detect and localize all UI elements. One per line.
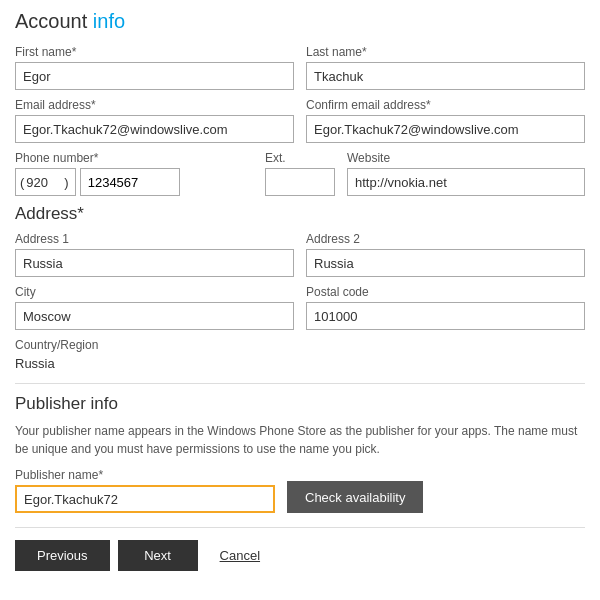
phone-label: Phone number* (15, 151, 253, 165)
publisher-name-input[interactable] (15, 485, 275, 513)
confirm-email-field: Confirm email address* (306, 98, 585, 143)
confirm-email-input[interactable] (306, 115, 585, 143)
city-field: City (15, 285, 294, 330)
email-field: Email address* (15, 98, 294, 143)
addr2-label: Address 2 (306, 232, 585, 246)
email-label: Email address* (15, 98, 294, 112)
website-label: Website (347, 151, 585, 165)
addr1-field: Address 1 (15, 232, 294, 277)
addr2-field: Address 2 (306, 232, 585, 277)
city-input[interactable] (15, 302, 294, 330)
check-availability-button[interactable]: Check availability (287, 481, 423, 513)
next-button[interactable]: Next (118, 540, 198, 571)
last-name-label: Last name* (306, 45, 585, 59)
first-name-input[interactable] (15, 62, 294, 90)
phone-number-input[interactable] (80, 168, 180, 196)
addr1-label: Address 1 (15, 232, 294, 246)
postal-field: Postal code (306, 285, 585, 330)
cancel-button[interactable]: Cancel (206, 540, 274, 571)
website-input[interactable] (347, 168, 585, 196)
country-label: Country/Region (15, 338, 585, 352)
publisher-name-field: Publisher name* (15, 468, 275, 513)
page-title: Account info (15, 10, 585, 33)
ext-input[interactable] (265, 168, 335, 196)
postal-input[interactable] (306, 302, 585, 330)
bottom-bar: Previous Next Cancel (15, 527, 585, 571)
country-value: Russia (15, 354, 585, 373)
phone-area-wrapper: ( ) (15, 168, 76, 196)
first-name-label: First name* (15, 45, 294, 59)
postal-label: Postal code (306, 285, 585, 299)
ext-field: Ext. (265, 151, 335, 196)
section-divider (15, 383, 585, 384)
website-field: Website (347, 151, 585, 196)
addr2-input[interactable] (306, 249, 585, 277)
confirm-email-label: Confirm email address* (306, 98, 585, 112)
publisher-description: Your publisher name appears in the Windo… (15, 422, 585, 458)
publisher-name-label: Publisher name* (15, 468, 275, 482)
last-name-field: Last name* (306, 45, 585, 90)
addr1-input[interactable] (15, 249, 294, 277)
first-name-field: First name* (15, 45, 294, 90)
last-name-input[interactable] (306, 62, 585, 90)
address-section-title: Address* (15, 204, 585, 224)
ext-label: Ext. (265, 151, 335, 165)
previous-button[interactable]: Previous (15, 540, 110, 571)
email-input[interactable] (15, 115, 294, 143)
phone-area-input[interactable] (26, 175, 64, 190)
city-label: City (15, 285, 294, 299)
publisher-section-title: Publisher info (15, 394, 585, 414)
